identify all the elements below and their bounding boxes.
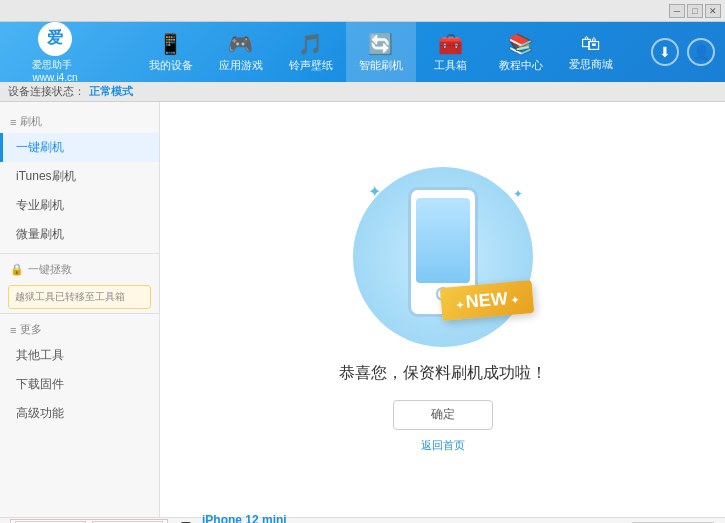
games-icon: 🎮 — [228, 32, 253, 56]
sidebar-item-pro-flash[interactable]: 专业刷机 — [0, 191, 159, 220]
toolbox-icon: 🧰 — [438, 32, 463, 56]
header: 爱 爱思助手 www.i4.cn 📱 我的设备 🎮 应用游戏 🎵 铃声壁纸 🔄 … — [0, 22, 725, 82]
nav-ringtones[interactable]: 🎵 铃声壁纸 — [276, 22, 346, 82]
phone-illustration: NEW ✦ ✦ — [343, 167, 543, 347]
sidebar-item-advanced[interactable]: 高级功能 — [0, 399, 159, 428]
status-bar: 设备连接状态： 正常模式 — [0, 82, 725, 102]
phone-icon: 📱 — [158, 32, 183, 56]
bottom-bar: ✓ 自动断连 ✓ 跳过向导 📱 iPhone 12 mini 64GB Down… — [0, 517, 725, 523]
device-name: iPhone 12 mini — [202, 513, 287, 524]
sparkle-icon-tl: ✦ — [368, 182, 381, 201]
rescue-section-title: 一键拯救 — [28, 262, 72, 277]
music-icon: 🎵 — [298, 32, 323, 56]
close-button[interactable]: ✕ — [705, 4, 721, 18]
sidebar-divider-1 — [0, 253, 159, 254]
logo-text: 爱思助手 www.i4.cn — [32, 58, 77, 83]
sidebar-item-other-tools[interactable]: 其他工具 — [0, 341, 159, 370]
minimize-button[interactable]: ─ — [669, 4, 685, 18]
status-label: 设备连接状态： — [8, 84, 85, 99]
sidebar-item-download-firmware[interactable]: 下载固件 — [0, 370, 159, 399]
sidebar-notice: 越狱工具已转移至工具箱 — [8, 285, 151, 309]
main-area: ≡ 刷机 一键刷机 iTunes刷机 专业刷机 微量刷机 🔒 一键拯救 越狱工具… — [0, 102, 725, 517]
sparkle-icon-tr: ✦ — [513, 187, 523, 201]
content-area: NEW ✦ ✦ 恭喜您，保资料刷机成功啦！ 确定 返回首页 — [160, 102, 725, 517]
nav-tutorial[interactable]: 📚 教程中心 — [486, 22, 556, 82]
nav-smart-shop[interactable]: 🔄 智能刷机 — [346, 22, 416, 82]
nav-shop[interactable]: 🛍 爱思商城 — [556, 22, 626, 82]
sidebar-item-micro-flash[interactable]: 微量刷机 — [0, 220, 159, 249]
flash-section-title: 刷机 — [20, 114, 42, 129]
refresh-icon: 🔄 — [368, 32, 393, 56]
flash-section-icon: ≡ — [10, 116, 16, 128]
sidebar-more-header: ≡ 更多 — [0, 318, 159, 341]
phone-screen — [416, 198, 470, 283]
sidebar-flash-header: ≡ 刷机 — [0, 110, 159, 133]
sidebar-rescue-header: 🔒 一键拯救 — [0, 258, 159, 281]
back-home-link[interactable]: 返回首页 — [421, 438, 465, 453]
shop-icon: 🛍 — [581, 32, 601, 55]
nav-my-device[interactable]: 📱 我的设备 — [136, 22, 206, 82]
status-value: 正常模式 — [89, 84, 133, 99]
sidebar-divider-2 — [0, 313, 159, 314]
bottom-left: ✓ 自动断连 ✓ 跳过向导 📱 iPhone 12 mini 64GB Down… — [10, 513, 418, 524]
nav-toolbox[interactable]: 🧰 工具箱 — [416, 22, 486, 82]
nav-items: 📱 我的设备 🎮 应用游戏 🎵 铃声壁纸 🔄 智能刷机 🧰 工具箱 📚 教程中心… — [110, 22, 651, 82]
success-text: 恭喜您，保资料刷机成功啦！ — [339, 363, 547, 384]
download-button[interactable]: ⬇ — [651, 38, 679, 66]
device-info: iPhone 12 mini 64GB Down-12mini-13,1 — [202, 513, 287, 524]
nav-apps-games[interactable]: 🎮 应用游戏 — [206, 22, 276, 82]
maximize-button[interactable]: □ — [687, 4, 703, 18]
logo-icon: 爱 — [38, 22, 72, 56]
sidebar-item-itunes-flash[interactable]: iTunes刷机 — [0, 162, 159, 191]
confirm-button[interactable]: 确定 — [393, 400, 493, 430]
sidebar: ≡ 刷机 一键刷机 iTunes刷机 专业刷机 微量刷机 🔒 一键拯救 越狱工具… — [0, 102, 160, 517]
book-icon: 📚 — [508, 32, 533, 56]
sidebar-item-one-click-flash[interactable]: 一键刷机 — [0, 133, 159, 162]
logo-area: 爱 爱思助手 www.i4.cn — [10, 22, 100, 83]
more-section-title: 更多 — [20, 322, 42, 337]
title-bar: ─ □ ✕ — [0, 0, 725, 22]
lock-icon: 🔒 — [10, 263, 24, 276]
more-section-icon: ≡ — [10, 324, 16, 336]
nav-right-buttons: ⬇ 👤 — [651, 38, 715, 66]
user-button[interactable]: 👤 — [687, 38, 715, 66]
